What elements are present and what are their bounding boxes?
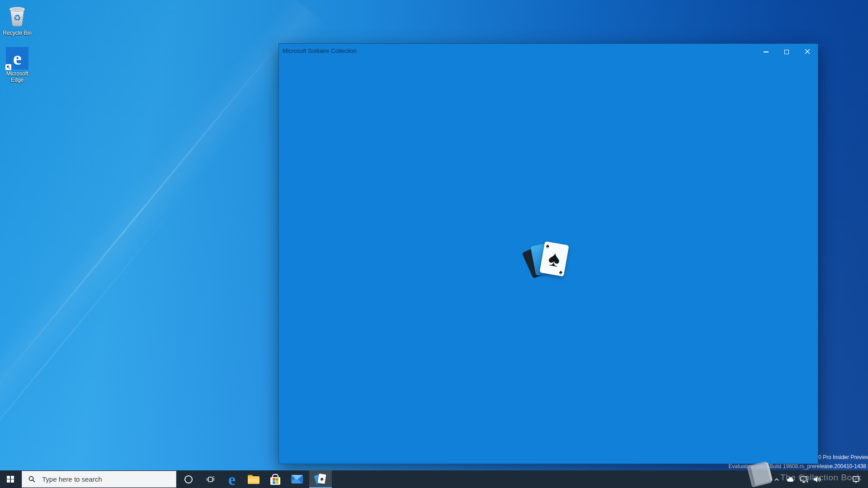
tray-hidden-icons-button[interactable] xyxy=(770,470,783,488)
folder-icon xyxy=(248,475,259,484)
edge-icon: e xyxy=(228,471,236,488)
tray-volume-button[interactable] xyxy=(811,470,824,488)
taskbar: e ♠ xyxy=(0,470,868,488)
wallpaper-light-streak xyxy=(0,178,199,488)
chevron-up-icon xyxy=(774,477,780,482)
action-center-icon xyxy=(852,475,860,483)
search-icon xyxy=(28,475,36,483)
minimize-icon xyxy=(764,52,769,52)
shortcut-arrow-icon xyxy=(5,64,11,70)
search-input[interactable] xyxy=(41,475,151,483)
window-title: Microsoft Solitaire Collection xyxy=(279,44,357,54)
taskbar-button-solitaire-active[interactable]: ♠ xyxy=(309,470,332,488)
maximize-icon xyxy=(784,50,789,54)
desktop-icon-label: Microsoft Edge xyxy=(0,70,34,83)
start-button[interactable] xyxy=(0,470,21,488)
cortana-circle-icon xyxy=(184,475,193,483)
close-button[interactable] xyxy=(797,44,818,60)
mail-envelope-icon xyxy=(291,475,303,483)
spade-icon: ♠ xyxy=(539,241,569,276)
network-display-icon xyxy=(800,475,809,483)
taskbar-button-mail[interactable] xyxy=(287,470,307,488)
taskbar-button-edge[interactable]: e xyxy=(222,470,242,488)
desktop-icon-microsoft-edge[interactable]: e Microsoft Edge xyxy=(0,47,34,83)
volume-icon xyxy=(813,476,822,483)
maximize-button[interactable] xyxy=(776,44,797,60)
search-box[interactable] xyxy=(22,471,176,488)
tray-network-button[interactable] xyxy=(797,470,811,488)
task-view-icon xyxy=(206,475,215,483)
taskbar-button-cortana[interactable] xyxy=(178,470,199,488)
recycle-bin-icon: ♻ xyxy=(7,21,27,28)
taskbar-button-task-view[interactable] xyxy=(200,470,221,488)
taskbar-button-file-explorer[interactable] xyxy=(243,470,264,488)
insider-watermark-line2: Evaluation copy. Build 19608.rs_prerelea… xyxy=(728,463,866,469)
solitaire-cards-icon: ♠ xyxy=(314,473,327,485)
action-center-button[interactable] xyxy=(851,470,862,488)
tray-onedrive-button[interactable] xyxy=(784,470,797,488)
wallpaper-light-streak xyxy=(0,31,289,398)
desktop-icon-label: Recycle Bin xyxy=(0,30,34,36)
edge-icon: e xyxy=(6,47,28,70)
close-icon xyxy=(805,48,810,56)
windows-logo-icon xyxy=(7,476,14,483)
window-titlebar[interactable]: Microsoft Solitaire Collection xyxy=(279,44,818,62)
onedrive-cloud-icon xyxy=(786,476,795,483)
taskbar-button-store[interactable] xyxy=(265,470,286,488)
show-desktop-button[interactable] xyxy=(862,470,868,488)
store-bag-icon xyxy=(270,474,280,485)
svg-text:♻: ♻ xyxy=(13,13,21,23)
insider-watermark-line1: 0 Pro Insider Preview xyxy=(818,454,868,460)
card-front-ace-of-spades: ♠ ♠ ♠ xyxy=(539,241,569,276)
solitaire-cards-logo: ♠ ♠ ♠ xyxy=(526,240,571,284)
desktop-icon-recycle-bin[interactable]: ♻ Recycle Bin xyxy=(0,4,34,36)
minimize-button[interactable] xyxy=(755,44,776,60)
solitaire-window: Microsoft Solitaire Collection ♠ ♠ ♠ xyxy=(278,43,818,464)
